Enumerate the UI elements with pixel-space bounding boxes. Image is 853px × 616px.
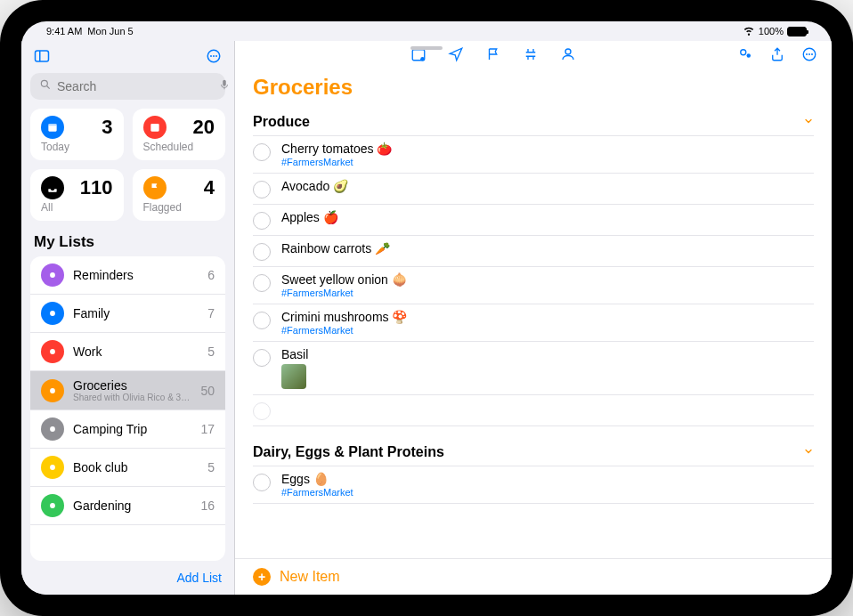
list-count: 16 (200, 498, 215, 513)
svg-point-5 (215, 55, 217, 57)
status-bar: 9:41 AM Mon Jun 5 100% (21, 21, 832, 41)
tag-icon[interactable] (523, 46, 539, 66)
add-list-button[interactable]: Add List (176, 571, 222, 585)
card-all[interactable]: 110 All (30, 169, 124, 221)
ipad-frame: 9:41 AM Mon Jun 5 100% (0, 0, 853, 616)
reminder-row[interactable]: Basil (253, 342, 814, 395)
complete-checkbox[interactable] (253, 181, 271, 199)
more-main-icon[interactable] (801, 46, 817, 66)
sidebar-list-reminders[interactable]: Reminders 6 (30, 256, 225, 295)
sidebar-toggle-icon[interactable] (34, 48, 50, 68)
list-count: 5 (207, 344, 215, 359)
sidebar-list-family[interactable]: Family 7 (30, 295, 225, 333)
tent-icon (41, 417, 64, 441)
reminder-tag[interactable]: #FarmersMarket (281, 325, 814, 336)
reminder-title: Apples 🍎 (281, 210, 814, 224)
complete-checkbox[interactable] (253, 312, 271, 329)
list-subtitle: Shared with Olivia Rico & 3… (73, 393, 191, 402)
svg-point-13 (50, 311, 55, 316)
complete-checkbox[interactable] (253, 243, 271, 261)
svg-point-17 (50, 465, 55, 470)
card-flagged-count: 4 (204, 176, 215, 199)
svg-point-6 (41, 80, 47, 86)
multitask-indicator[interactable] (410, 46, 443, 50)
main-toolbar (235, 41, 832, 69)
group-name: Produce (253, 114, 310, 130)
list-count: 7 (207, 306, 215, 320)
svg-rect-10 (48, 124, 56, 126)
reminder-row[interactable]: Crimini mushrooms 🍄 #FarmersMarket (253, 304, 814, 342)
sidebar-list-work[interactable]: Work 5 (30, 333, 225, 371)
svg-point-25 (806, 53, 808, 55)
inbox-icon (41, 176, 64, 199)
reminder-title: Avocado 🥑 (281, 179, 814, 193)
reminder-title: Sweet yellow onion 🧅 (281, 272, 814, 287)
app-content: 3 Today 20 Scheduled (21, 41, 832, 595)
flag-toolbar-icon[interactable] (485, 46, 501, 66)
complete-checkbox[interactable] (253, 274, 271, 292)
person-icon[interactable] (560, 46, 576, 66)
reminder-empty-row[interactable] (253, 395, 814, 426)
reminder-title: Cherry tomatoes 🍅 (281, 142, 814, 156)
list-name: Work (73, 344, 199, 359)
mic-icon[interactable] (218, 78, 231, 94)
battery-percent: 100% (759, 26, 784, 36)
search-bar[interactable] (30, 73, 225, 100)
reminder-tag[interactable]: #FarmersMarket (281, 157, 814, 167)
list-count: 17 (200, 422, 215, 436)
collaborate-icon[interactable] (737, 46, 753, 66)
share-icon[interactable] (769, 46, 785, 66)
card-scheduled-label: Scheduled (143, 141, 215, 153)
main-panel: Groceries Produce Cherry tomatoes 🍅 #Far… (235, 41, 832, 595)
reminder-row[interactable]: Avocado 🥑 (253, 174, 814, 205)
reminder-tag[interactable]: #FarmersMarket (281, 288, 814, 298)
reminder-row[interactable]: Rainbow carrots 🥕 (253, 236, 814, 267)
chevron-down-icon[interactable] (803, 444, 814, 460)
search-input[interactable] (57, 79, 213, 93)
svg-point-18 (50, 503, 55, 508)
card-today[interactable]: 3 Today (30, 109, 124, 160)
reminder-row[interactable]: Cherry tomatoes 🍅 #FarmersMarket (253, 136, 814, 174)
reminder-row[interactable]: Sweet yellow onion 🧅 #FarmersMarket (253, 267, 814, 304)
complete-checkbox[interactable] (253, 402, 271, 420)
group-header[interactable]: Dairy, Eggs & Plant Proteins (253, 439, 814, 466)
sidebar-list-groceries[interactable]: Groceries Shared with Olivia Rico & 3… 5… (30, 371, 225, 410)
new-item-button[interactable]: + New Item (235, 558, 832, 595)
card-scheduled-count: 20 (193, 116, 215, 139)
smart-lists: 3 Today 20 Scheduled (21, 109, 234, 230)
card-scheduled[interactable]: 20 Scheduled (133, 109, 226, 160)
more-icon[interactable] (206, 48, 222, 68)
list-title: Groceries (235, 69, 832, 109)
search-icon (39, 78, 52, 94)
card-flagged[interactable]: 4 Flagged (133, 169, 226, 221)
battery-icon (787, 27, 807, 36)
complete-checkbox[interactable] (253, 349, 271, 367)
svg-point-27 (811, 53, 813, 55)
svg-point-20 (420, 57, 425, 61)
location-icon[interactable] (448, 46, 464, 66)
svg-point-26 (808, 53, 810, 55)
card-today-label: Today (41, 141, 113, 153)
reminder-row[interactable]: Apples 🍎 (253, 205, 814, 236)
complete-checkbox[interactable] (253, 474, 271, 491)
star-icon (41, 340, 64, 363)
bookmark-icon (41, 456, 64, 479)
sidebar-list-camping-trip[interactable]: Camping Trip 17 (30, 410, 225, 449)
chevron-down-icon[interactable] (803, 114, 814, 130)
complete-checkbox[interactable] (253, 212, 271, 230)
reminder-tag[interactable]: #FarmersMarket (281, 487, 814, 498)
sidebar-list-book-club[interactable]: Book club 5 (30, 449, 225, 487)
svg-point-4 (213, 55, 215, 57)
sidebar: 3 Today 20 Scheduled (21, 41, 235, 595)
reminder-title: Crimini mushrooms 🍄 (281, 310, 814, 324)
reminders-body: Produce Cherry tomatoes 🍅 #FarmersMarket… (235, 109, 832, 558)
complete-checkbox[interactable] (253, 143, 271, 161)
sidebar-list-gardening[interactable]: Gardening 16 (30, 487, 225, 525)
reminder-row[interactable]: Eggs 🥚 #FarmersMarket (253, 466, 814, 504)
svg-rect-11 (150, 124, 158, 132)
group-header[interactable]: Produce (253, 109, 814, 136)
group-name: Dairy, Eggs & Plant Proteins (253, 444, 444, 460)
reminder-attachment[interactable] (281, 364, 306, 389)
card-today-count: 3 (102, 116, 112, 139)
svg-point-12 (50, 272, 55, 278)
